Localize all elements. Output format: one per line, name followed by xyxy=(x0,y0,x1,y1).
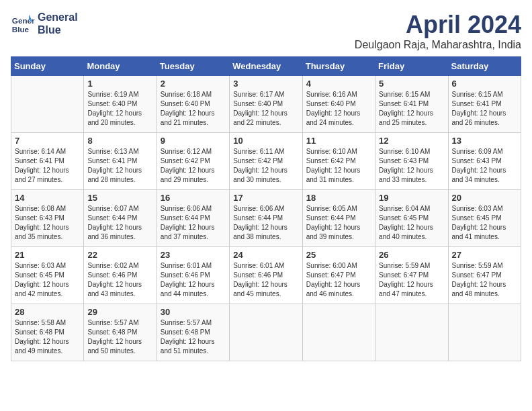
day-info: Sunrise: 6:04 AMSunset: 6:45 PMDaylight:… xyxy=(379,204,444,242)
day-info: Sunrise: 6:17 AMSunset: 6:40 PMDaylight:… xyxy=(233,90,298,128)
logo: General Blue GeneralBlue xyxy=(11,11,78,36)
weekday-header: Tuesday xyxy=(157,57,229,76)
day-number: 1 xyxy=(87,79,152,89)
day-info: Sunrise: 5:58 AMSunset: 6:48 PMDaylight:… xyxy=(15,318,80,356)
day-info: Sunrise: 6:08 AMSunset: 6:43 PMDaylight:… xyxy=(15,204,80,242)
weekday-header: Wednesday xyxy=(230,57,302,76)
calendar-cell: 16 Sunrise: 6:06 AMSunset: 6:44 PMDaylig… xyxy=(157,190,229,247)
logo-text: GeneralBlue xyxy=(38,11,78,36)
day-info: Sunrise: 6:00 AMSunset: 6:47 PMDaylight:… xyxy=(306,261,371,299)
weekday-header: Saturday xyxy=(448,57,521,76)
calendar-cell: 5 Sunrise: 6:15 AMSunset: 6:41 PMDayligh… xyxy=(375,76,448,133)
day-number: 3 xyxy=(233,79,298,89)
day-number: 25 xyxy=(306,250,371,260)
calendar-cell: 28 Sunrise: 5:58 AMSunset: 6:48 PMDaylig… xyxy=(11,304,84,361)
calendar-cell: 7 Sunrise: 6:14 AMSunset: 6:41 PMDayligh… xyxy=(11,133,84,190)
calendar-cell xyxy=(375,304,448,361)
svg-text:Blue: Blue xyxy=(12,25,30,34)
day-number: 30 xyxy=(161,307,226,317)
calendar-cell: 30 Sunrise: 5:57 AMSunset: 6:48 PMDaylig… xyxy=(157,304,229,361)
day-number: 6 xyxy=(452,79,517,89)
day-number: 5 xyxy=(379,79,444,89)
day-number: 24 xyxy=(233,250,298,260)
weekday-header-row: SundayMondayTuesdayWednesdayThursdayFrid… xyxy=(11,57,521,76)
weekday-header: Monday xyxy=(84,57,157,76)
day-info: Sunrise: 5:57 AMSunset: 6:48 PMDaylight:… xyxy=(161,318,226,356)
day-number: 12 xyxy=(379,136,444,146)
calendar-cell: 21 Sunrise: 6:03 AMSunset: 6:45 PMDaylig… xyxy=(11,247,84,304)
day-number: 2 xyxy=(161,79,226,89)
day-info: Sunrise: 6:01 AMSunset: 6:46 PMDaylight:… xyxy=(161,261,226,299)
calendar-cell: 2 Sunrise: 6:18 AMSunset: 6:40 PMDayligh… xyxy=(157,76,229,133)
calendar-cell: 23 Sunrise: 6:01 AMSunset: 6:46 PMDaylig… xyxy=(157,247,229,304)
day-info: Sunrise: 6:10 AMSunset: 6:43 PMDaylight:… xyxy=(379,147,444,185)
calendar-table: SundayMondayTuesdayWednesdayThursdayFrid… xyxy=(11,56,521,361)
day-info: Sunrise: 6:01 AMSunset: 6:46 PMDaylight:… xyxy=(233,261,298,299)
day-info: Sunrise: 6:06 AMSunset: 6:44 PMDaylight:… xyxy=(233,204,298,242)
calendar-cell xyxy=(230,304,302,361)
calendar-cell: 24 Sunrise: 6:01 AMSunset: 6:46 PMDaylig… xyxy=(230,247,302,304)
logo-icon: General Blue xyxy=(11,11,35,36)
day-number: 27 xyxy=(452,250,517,260)
calendar-week-row: 7 Sunrise: 6:14 AMSunset: 6:41 PMDayligh… xyxy=(11,133,521,190)
day-number: 9 xyxy=(161,136,226,146)
calendar-cell: 11 Sunrise: 6:10 AMSunset: 6:42 PMDaylig… xyxy=(302,133,375,190)
calendar-cell: 19 Sunrise: 6:04 AMSunset: 6:45 PMDaylig… xyxy=(375,190,448,247)
day-info: Sunrise: 6:15 AMSunset: 6:41 PMDaylight:… xyxy=(452,90,517,128)
title-area: April 2024 Deulgaon Raja, Maharashtra, I… xyxy=(355,11,521,51)
calendar-cell: 8 Sunrise: 6:13 AMSunset: 6:41 PMDayligh… xyxy=(84,133,157,190)
calendar-cell: 29 Sunrise: 5:57 AMSunset: 6:48 PMDaylig… xyxy=(84,304,157,361)
day-info: Sunrise: 6:09 AMSunset: 6:43 PMDaylight:… xyxy=(452,147,517,185)
location-title: Deulgaon Raja, Maharashtra, India xyxy=(355,39,521,51)
weekday-header: Friday xyxy=(375,57,448,76)
day-number: 23 xyxy=(161,250,226,260)
day-number: 10 xyxy=(233,136,298,146)
calendar-cell: 20 Sunrise: 6:03 AMSunset: 6:45 PMDaylig… xyxy=(448,190,521,247)
calendar-cell: 27 Sunrise: 5:59 AMSunset: 6:47 PMDaylig… xyxy=(448,247,521,304)
calendar-cell xyxy=(302,304,375,361)
day-info: Sunrise: 6:18 AMSunset: 6:40 PMDaylight:… xyxy=(161,90,226,128)
day-number: 22 xyxy=(87,250,152,260)
calendar-cell: 4 Sunrise: 6:16 AMSunset: 6:40 PMDayligh… xyxy=(302,76,375,133)
day-info: Sunrise: 5:59 AMSunset: 6:47 PMDaylight:… xyxy=(379,261,444,299)
calendar-cell: 12 Sunrise: 6:10 AMSunset: 6:43 PMDaylig… xyxy=(375,133,448,190)
day-info: Sunrise: 6:14 AMSunset: 6:41 PMDaylight:… xyxy=(15,147,80,185)
calendar-cell: 15 Sunrise: 6:07 AMSunset: 6:44 PMDaylig… xyxy=(84,190,157,247)
calendar-cell: 22 Sunrise: 6:02 AMSunset: 6:46 PMDaylig… xyxy=(84,247,157,304)
day-number: 7 xyxy=(15,136,80,146)
day-number: 8 xyxy=(87,136,152,146)
page-header: General Blue GeneralBlue April 2024 Deul… xyxy=(11,11,521,51)
day-number: 13 xyxy=(452,136,517,146)
day-number: 20 xyxy=(452,193,517,203)
day-info: Sunrise: 6:15 AMSunset: 6:41 PMDaylight:… xyxy=(379,90,444,128)
day-info: Sunrise: 6:06 AMSunset: 6:44 PMDaylight:… xyxy=(161,204,226,242)
day-number: 11 xyxy=(306,136,371,146)
calendar-cell: 17 Sunrise: 6:06 AMSunset: 6:44 PMDaylig… xyxy=(230,190,302,247)
calendar-cell xyxy=(11,76,84,133)
day-info: Sunrise: 5:57 AMSunset: 6:48 PMDaylight:… xyxy=(87,318,152,356)
day-info: Sunrise: 6:02 AMSunset: 6:46 PMDaylight:… xyxy=(87,261,152,299)
day-info: Sunrise: 5:59 AMSunset: 6:47 PMDaylight:… xyxy=(452,261,517,299)
weekday-header: Sunday xyxy=(11,57,84,76)
month-title: April 2024 xyxy=(355,11,521,39)
day-info: Sunrise: 6:12 AMSunset: 6:42 PMDaylight:… xyxy=(161,147,226,185)
calendar-cell: 3 Sunrise: 6:17 AMSunset: 6:40 PMDayligh… xyxy=(230,76,302,133)
calendar-cell xyxy=(448,304,521,361)
day-info: Sunrise: 6:03 AMSunset: 6:45 PMDaylight:… xyxy=(15,261,80,299)
calendar-week-row: 28 Sunrise: 5:58 AMSunset: 6:48 PMDaylig… xyxy=(11,304,521,361)
day-number: 4 xyxy=(306,79,371,89)
calendar-cell: 10 Sunrise: 6:11 AMSunset: 6:42 PMDaylig… xyxy=(230,133,302,190)
calendar-week-row: 21 Sunrise: 6:03 AMSunset: 6:45 PMDaylig… xyxy=(11,247,521,304)
day-info: Sunrise: 6:07 AMSunset: 6:44 PMDaylight:… xyxy=(87,204,152,242)
calendar-cell: 1 Sunrise: 6:19 AMSunset: 6:40 PMDayligh… xyxy=(84,76,157,133)
day-info: Sunrise: 6:10 AMSunset: 6:42 PMDaylight:… xyxy=(306,147,371,185)
day-number: 26 xyxy=(379,250,444,260)
calendar-cell: 13 Sunrise: 6:09 AMSunset: 6:43 PMDaylig… xyxy=(448,133,521,190)
day-number: 16 xyxy=(161,193,226,203)
day-info: Sunrise: 6:13 AMSunset: 6:41 PMDaylight:… xyxy=(87,147,152,185)
day-info: Sunrise: 6:19 AMSunset: 6:40 PMDaylight:… xyxy=(87,90,152,128)
calendar-cell: 6 Sunrise: 6:15 AMSunset: 6:41 PMDayligh… xyxy=(448,76,521,133)
calendar-week-row: 14 Sunrise: 6:08 AMSunset: 6:43 PMDaylig… xyxy=(11,190,521,247)
day-number: 18 xyxy=(306,193,371,203)
calendar-cell: 18 Sunrise: 6:05 AMSunset: 6:44 PMDaylig… xyxy=(302,190,375,247)
